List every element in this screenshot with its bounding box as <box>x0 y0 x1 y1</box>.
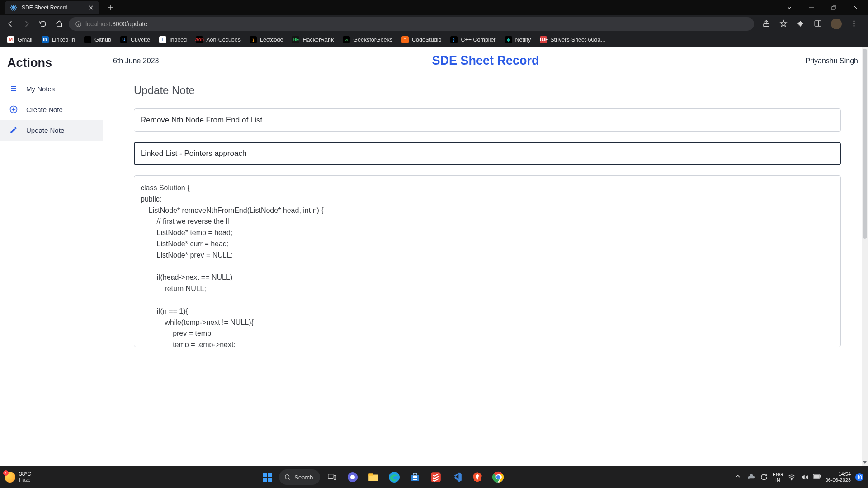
bookmark-favicon: ∞ <box>343 36 350 43</box>
bookmark-favicon <box>84 36 91 43</box>
svg-point-20 <box>854 23 855 24</box>
bookmark-star-icon[interactable] <box>779 19 788 28</box>
svg-rect-31 <box>263 478 267 482</box>
svg-rect-30 <box>268 473 272 477</box>
weather-icon: 1 <box>5 472 15 483</box>
sidebar-item-update-note[interactable]: Update Note <box>0 120 103 141</box>
bookmark-label: Indeed <box>170 37 187 43</box>
bookmark-item[interactable]: HEHackerRank <box>288 34 337 45</box>
new-tab-button[interactable] <box>104 1 117 14</box>
sidebar: Actions My Notes Create Note Update Note <box>0 47 103 466</box>
browser-tab[interactable]: SDE Sheet Record <box>5 1 99 14</box>
update-icon[interactable] <box>760 473 768 481</box>
onedrive-icon[interactable] <box>747 473 755 481</box>
taskbar-weather[interactable]: 1 38°C Haze <box>5 471 31 483</box>
sidebar-item-my-notes[interactable]: My Notes <box>0 78 103 99</box>
bookmark-favicon: □ <box>401 36 409 43</box>
sidebar-item-create-note[interactable]: Create Note <box>0 99 103 120</box>
bookmark-label: GeeksforGeeks <box>353 37 392 43</box>
page-scrollbar[interactable] <box>862 47 868 466</box>
page-viewport: Actions My Notes Create Note Update Note… <box>0 47 868 466</box>
svg-rect-9 <box>832 7 835 10</box>
sidepanel-icon[interactable] <box>814 19 823 28</box>
bookmark-item[interactable]: TUFStrivers-Sheet-60da... <box>536 34 609 45</box>
bookmark-item[interactable]: ∞GeeksforGeeks <box>339 34 396 45</box>
bookmark-favicon: i <box>159 36 166 43</box>
menu-icon[interactable] <box>850 19 859 28</box>
svg-rect-44 <box>413 476 415 478</box>
language-indicator[interactable]: ENG IN <box>773 472 783 483</box>
svg-rect-17 <box>815 21 821 26</box>
svg-point-33 <box>285 474 289 479</box>
reload-button[interactable] <box>36 17 50 31</box>
svg-point-0 <box>13 7 14 9</box>
svg-marker-16 <box>780 20 787 26</box>
forward-button[interactable] <box>20 17 33 31</box>
tray-overflow-icon[interactable] <box>735 473 743 481</box>
scroll-down-icon[interactable] <box>862 459 868 465</box>
bookmark-item[interactable]: AonAon-Cocubes <box>192 34 244 45</box>
taskbar-app-store[interactable] <box>406 468 424 486</box>
tab-search-button[interactable] <box>779 1 800 14</box>
address-bar[interactable]: localhost:3000/update <box>69 17 754 31</box>
info-icon <box>75 21 82 28</box>
svg-rect-43 <box>413 473 417 475</box>
note-topic-input[interactable] <box>134 142 841 165</box>
taskbar-app-explorer[interactable] <box>364 468 382 486</box>
wifi-icon[interactable] <box>788 473 796 481</box>
search-icon <box>284 474 291 481</box>
volume-icon[interactable] <box>800 473 808 481</box>
pencil-icon <box>9 126 18 135</box>
scrollbar-thumb[interactable] <box>863 49 867 239</box>
app-title: SDE Sheet Record <box>432 54 539 68</box>
bookmark-item[interactable]: UCuvette <box>117 34 154 45</box>
home-button[interactable] <box>52 17 66 31</box>
extensions-icon[interactable] <box>797 19 806 28</box>
close-window-button[interactable] <box>845 1 866 14</box>
taskbar-app-edge[interactable] <box>385 468 403 486</box>
profile-avatar-icon[interactable] <box>831 19 842 29</box>
note-code-textarea[interactable] <box>134 175 841 347</box>
note-title-input[interactable] <box>134 108 841 132</box>
notification-badge[interactable]: 10 <box>855 473 863 481</box>
back-button[interactable] <box>4 17 17 31</box>
maximize-button[interactable] <box>823 1 844 14</box>
topbar: 6th June 2023 SDE Sheet Record Priyanshu… <box>103 47 868 75</box>
search-placeholder: Search <box>294 474 313 481</box>
start-button[interactable] <box>258 468 276 486</box>
bookmark-item[interactable]: inLinked-In <box>38 34 79 45</box>
sidebar-item-label: Update Note <box>26 127 64 134</box>
plus-circle-icon <box>9 105 18 114</box>
close-icon[interactable] <box>88 5 94 11</box>
taskbar-app-chrome[interactable] <box>489 468 507 486</box>
bookmark-item[interactable]: ⟆Leetcode <box>246 34 287 45</box>
taskbar-app-brave[interactable] <box>468 468 486 486</box>
taskbar-clock[interactable]: 14:54 06-06-2023 <box>826 471 851 483</box>
bookmark-item[interactable]: □CodeStudio <box>398 34 445 45</box>
task-view-button[interactable] <box>323 468 341 486</box>
page-heading: Update Note <box>134 84 841 97</box>
bookmark-favicon: M <box>7 36 14 43</box>
browser-toolbar: localhost:3000/update <box>0 15 868 33</box>
bookmark-item[interactable]: MGmail <box>4 34 36 45</box>
svg-marker-28 <box>863 461 867 464</box>
content-area: Update Note <box>103 75 868 466</box>
bookmark-label: Gmail <box>18 37 33 43</box>
taskbar-app-vscode[interactable] <box>448 468 466 486</box>
tab-title: SDE Sheet Record <box>22 5 83 11</box>
taskbar-app-todoist[interactable] <box>427 468 445 486</box>
taskbar-search[interactable]: Search <box>279 469 320 485</box>
bookmark-item[interactable]: ⟩C++ Compiler <box>447 34 499 45</box>
react-icon <box>10 4 17 11</box>
battery-icon[interactable] <box>813 473 821 481</box>
bookmark-item[interactable]: ◆Netlify <box>501 34 535 45</box>
bookmark-item[interactable]: Github <box>80 34 115 45</box>
taskbar-app-chat[interactable] <box>344 468 362 486</box>
minimize-button[interactable] <box>801 1 822 14</box>
bookmark-item[interactable]: iIndeed <box>156 34 190 45</box>
svg-marker-54 <box>802 475 805 480</box>
bookmark-label: Github <box>94 37 111 43</box>
share-icon[interactable] <box>762 19 771 28</box>
svg-rect-29 <box>263 473 267 477</box>
bookmark-favicon: HE <box>292 36 299 43</box>
